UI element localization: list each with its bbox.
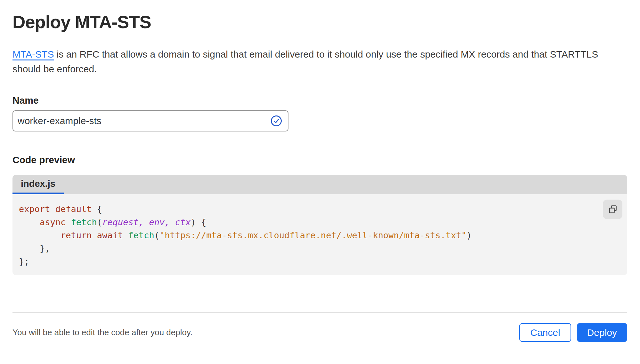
cancel-button[interactable]: Cancel — [519, 323, 571, 342]
code-tabbar: index.js — [12, 175, 627, 194]
name-input-wrapper — [12, 110, 288, 131]
code-preview-card: index.js export default { async fetch(re… — [12, 175, 627, 275]
deploy-button[interactable]: Deploy — [577, 323, 627, 342]
footer-actions: Cancel Deploy — [519, 323, 627, 342]
name-input[interactable] — [18, 115, 267, 126]
page-title: Deploy MTA-STS — [12, 12, 628, 32]
mta-sts-link[interactable]: MTA-STS — [12, 49, 54, 59]
check-circle-icon — [271, 115, 282, 127]
code-preview-label: Code preview — [12, 154, 628, 165]
copy-icon — [608, 205, 618, 214]
footer: You will be able to edit the code after … — [12, 323, 627, 342]
deploy-mta-sts-page: Deploy MTA-STS MTA-STS is an RFC that al… — [0, 12, 640, 342]
name-label: Name — [12, 95, 628, 106]
tab-index-js[interactable]: index.js — [12, 175, 64, 194]
description-text: MTA-STS is an RFC that allows a domain t… — [12, 47, 627, 76]
code-block: export default { async fetch(request, en… — [19, 202, 598, 268]
footer-divider — [12, 312, 627, 313]
copy-code-button[interactable] — [603, 200, 622, 219]
code-area: export default { async fetch(request, en… — [12, 194, 627, 275]
description-body: is an RFC that allows a domain to signal… — [12, 49, 598, 74]
footer-note: You will be able to edit the code after … — [12, 328, 192, 337]
